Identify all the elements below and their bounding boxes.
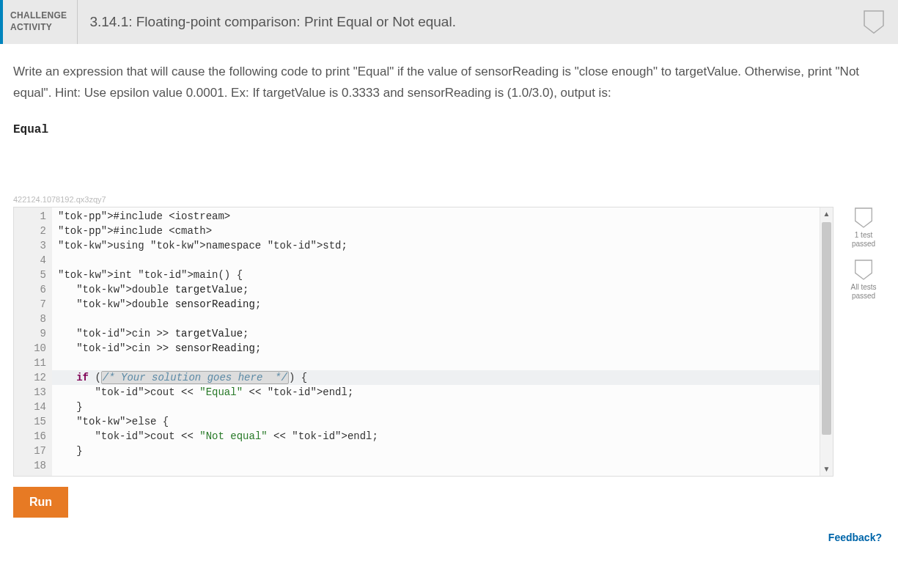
challenge-label: CHALLENGE ACTIVITY bbox=[3, 0, 78, 44]
scroll-up-icon[interactable]: ▲ bbox=[820, 207, 833, 221]
run-button[interactable]: Run bbox=[13, 487, 68, 518]
badge-one-test-label: 1 test passed bbox=[845, 231, 882, 249]
challenge-description: Write an expression that will cause the … bbox=[0, 44, 898, 110]
editor-scrollbar[interactable]: ▲ ▼ bbox=[820, 207, 833, 476]
badge-one-test: 1 test passed bbox=[845, 207, 882, 249]
code-line[interactable] bbox=[52, 356, 820, 370]
code-line[interactable]: "tok-kw">double targetValue; bbox=[52, 282, 820, 297]
run-row: Run bbox=[0, 477, 898, 518]
header-progress-badge bbox=[850, 0, 898, 44]
feedback-link[interactable]: Feedback? bbox=[828, 532, 882, 543]
example-output: Equal bbox=[0, 110, 898, 136]
description-text: Write an expression that will cause the … bbox=[13, 62, 885, 104]
scroll-thumb[interactable] bbox=[822, 222, 831, 435]
challenge-header: CHALLENGE ACTIVITY 3.14.1: Floating-poin… bbox=[0, 0, 898, 44]
badge-all-tests-label: All tests passed bbox=[845, 283, 882, 301]
code-line[interactable]: "tok-pp">#include <iostream> bbox=[52, 209, 820, 224]
code-area[interactable]: "tok-pp">#include <iostream>"tok-pp">#in… bbox=[52, 209, 820, 476]
code-line[interactable]: } bbox=[52, 400, 820, 414]
code-line[interactable]: "tok-id">cin >> targetValue; bbox=[52, 326, 820, 341]
challenge-title: 3.14.1: Floating-point comparison: Print… bbox=[78, 0, 850, 44]
code-line[interactable]: "tok-kw">else { bbox=[52, 414, 820, 429]
code-line[interactable] bbox=[52, 458, 820, 473]
code-line[interactable]: "tok-pp">#include <cmath> bbox=[52, 224, 820, 238]
scroll-down-icon[interactable]: ▼ bbox=[820, 463, 833, 476]
code-line[interactable]: "tok-kw">int "tok-id">main() { bbox=[52, 268, 820, 282]
code-line[interactable] bbox=[52, 253, 820, 268]
workspace: 123456789101112131415161718 "tok-pp">#in… bbox=[0, 207, 898, 477]
code-line[interactable] bbox=[52, 312, 820, 326]
code-line[interactable]: "tok-id">cout << "Equal" << "tok-id">end… bbox=[52, 385, 820, 400]
shield-icon bbox=[863, 10, 885, 34]
challenge-label-line2: ACTIVITY bbox=[10, 22, 52, 32]
code-line[interactable]: "tok-id">cout << "Not equal" << "tok-id"… bbox=[52, 429, 820, 444]
badges-column: 1 test passed All tests passed bbox=[842, 207, 885, 308]
code-line[interactable]: if (/* Your solution goes here */) { bbox=[52, 370, 820, 385]
shield-icon bbox=[854, 259, 873, 281]
feedback-row: Feedback? bbox=[0, 518, 898, 545]
code-line[interactable]: } bbox=[52, 444, 820, 458]
code-line[interactable]: "tok-kw">double sensorReading; bbox=[52, 297, 820, 312]
badge-all-tests: All tests passed bbox=[845, 259, 882, 301]
challenge-label-line1: CHALLENGE bbox=[10, 10, 67, 21]
code-line[interactable]: "tok-id">cin >> sensorReading; bbox=[52, 341, 820, 356]
code-line[interactable]: "tok-kw">using "tok-kw">namespace "tok-i… bbox=[52, 238, 820, 253]
line-gutter: 123456789101112131415161718 bbox=[14, 207, 52, 476]
hash-id: 422124.1078192.qx3zqy7 bbox=[0, 136, 898, 207]
shield-icon bbox=[854, 207, 873, 229]
code-editor[interactable]: 123456789101112131415161718 "tok-pp">#in… bbox=[13, 207, 833, 477]
